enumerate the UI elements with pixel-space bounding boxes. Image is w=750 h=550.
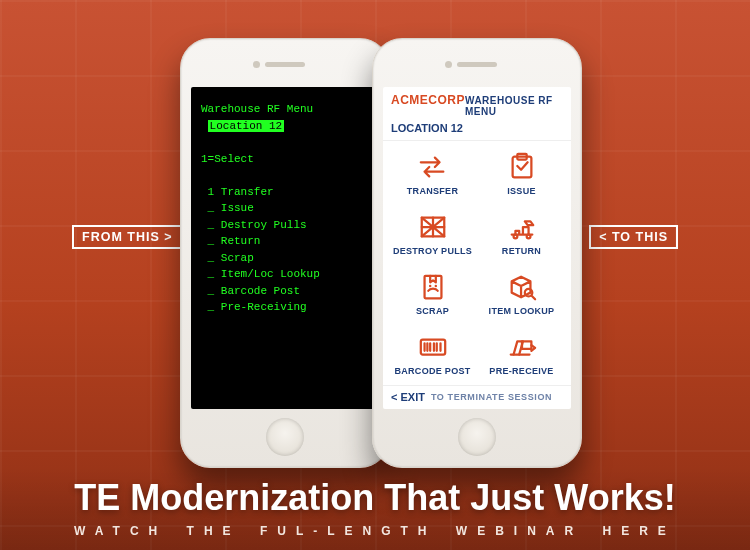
promo-banner[interactable]: TE Modernization That Just Works! WATCH … [0, 467, 750, 550]
tile-label-prereceive: PRE-RECEIVE [489, 366, 553, 376]
issue-icon [505, 152, 539, 182]
terminal-location: Location 12 [208, 120, 285, 132]
home-button-modern[interactable] [458, 418, 496, 456]
phone-speaker [457, 62, 497, 67]
phone-modern: ACMECORP WAREHOUSE RF MENU LOCATION 12 T… [372, 38, 582, 468]
terminal-select-hint: 1=Select [201, 153, 254, 165]
tile-scrap[interactable]: SCRAP [389, 265, 476, 323]
app-brand: ACMECORP [391, 93, 465, 107]
barcode-icon [416, 332, 450, 362]
app-header: ACMECORP WAREHOUSE RF MENU [383, 87, 571, 119]
tile-label-issue: ISSUE [507, 186, 536, 196]
app-header-sub: WAREHOUSE RF MENU [465, 95, 563, 117]
terminal-emulator[interactable]: Warehouse RF Menu Location 12 1=Select 1… [191, 87, 379, 409]
phone-speaker [265, 62, 305, 67]
tile-label-barcode: BARCODE POST [394, 366, 470, 376]
tile-prereceive[interactable]: PRE-RECEIVE [478, 325, 565, 383]
terminal-items[interactable]: 1 Transfer _ Issue _ Destroy Pulls _ Ret… [201, 186, 320, 314]
home-button-legacy[interactable] [266, 418, 304, 456]
terminal-title: Warehouse RF Menu [201, 103, 313, 115]
scrap-icon [416, 272, 450, 302]
tile-lookup[interactable]: ITEM LOOKUP [478, 265, 565, 323]
legacy-screen: Warehouse RF Menu Location 12 1=Select 1… [191, 87, 379, 409]
modern-screen: ACMECORP WAREHOUSE RF MENU LOCATION 12 T… [383, 87, 571, 409]
prereceive-icon [505, 332, 539, 362]
phone-legacy: Warehouse RF Menu Location 12 1=Select 1… [180, 38, 390, 468]
tile-issue[interactable]: ISSUE [478, 145, 565, 203]
tile-return[interactable]: RETURN [478, 205, 565, 263]
exit-button[interactable]: < EXIT [391, 391, 425, 403]
tile-destroy[interactable]: DESTROY PULLS [389, 205, 476, 263]
tile-label-destroy: DESTROY PULLS [393, 246, 472, 256]
menu-grid: TRANSFERISSUEDESTROY PULLSRETURNSCRAPITE… [383, 141, 571, 385]
label-to-this: < TO THIS [589, 225, 678, 249]
tile-barcode[interactable]: BARCODE POST [389, 325, 476, 383]
return-icon [505, 212, 539, 242]
lookup-icon [505, 272, 539, 302]
destroy-icon [416, 212, 450, 242]
label-from-this: FROM THIS > [72, 225, 183, 249]
location-bar: LOCATION 12 [383, 119, 571, 141]
banner-headline: TE Modernization That Just Works! [0, 477, 750, 519]
phone-camera [445, 61, 452, 68]
tile-label-transfer: TRANSFER [407, 186, 458, 196]
transfer-icon [416, 152, 450, 182]
phone-camera [253, 61, 260, 68]
tile-label-scrap: SCRAP [416, 306, 449, 316]
tile-label-return: RETURN [502, 246, 541, 256]
tile-transfer[interactable]: TRANSFER [389, 145, 476, 203]
exit-hint: TO TERMINATE SESSION [431, 392, 552, 402]
tile-label-lookup: ITEM LOOKUP [489, 306, 555, 316]
app-footer: < EXIT TO TERMINATE SESSION [383, 385, 571, 409]
banner-cta[interactable]: WATCH THE FUL-LENGTH WEBINAR HERE [0, 524, 750, 538]
